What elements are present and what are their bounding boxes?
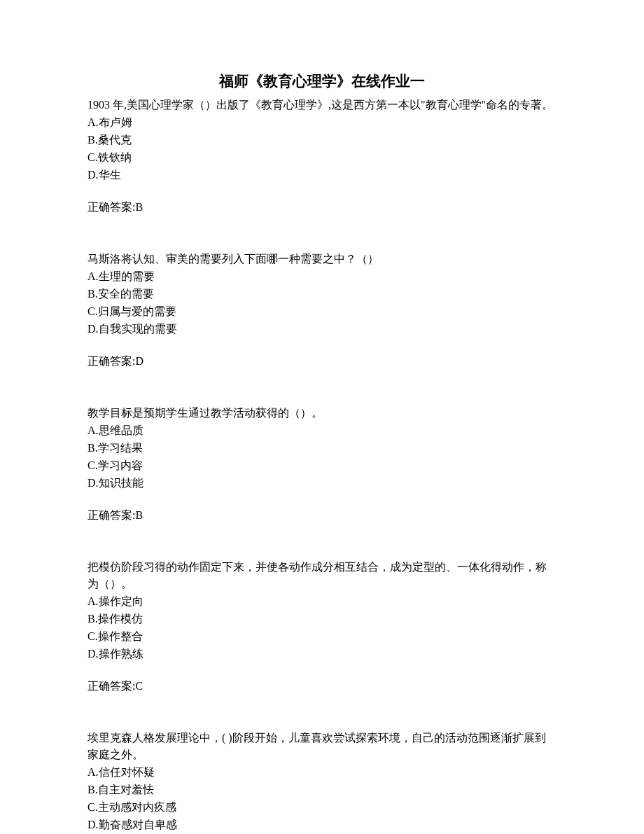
option-d: D.华生 (88, 167, 556, 183)
option-d: D.知识技能 (88, 475, 556, 492)
question-text: 马斯洛将认知、审美的需要列入下面哪一种需要之中？（） (88, 251, 556, 267)
option-a: A.操作定向 (88, 593, 556, 610)
question-text: 1903 年,美国心理学家（）出版了《教育心理学》,这是西方第一本以"教育心理学… (88, 97, 556, 113)
question-block: 1903 年,美国心理学家（）出版了《教育心理学》,这是西方第一本以"教育心理学… (88, 97, 556, 216)
option-c: C.操作整合 (88, 628, 556, 645)
page-title: 福师《教育心理学》在线作业一 (88, 70, 556, 92)
question-block: 教学目标是预期学生通过教学活动获得的（）。 A.思维品质 B.学习结果 C.学习… (88, 405, 556, 524)
option-a: A.布卢姆 (88, 114, 556, 131)
option-b: B.自主对羞怯 (88, 781, 556, 798)
option-c: C.铁钦纳 (88, 149, 556, 166)
option-c: C.归属与爱的需要 (88, 303, 556, 320)
answer-text: 正确答案:B (88, 199, 556, 216)
answer-text: 正确答案:C (88, 678, 556, 695)
option-a: A.信任对怀疑 (88, 764, 556, 781)
question-block: 马斯洛将认知、审美的需要列入下面哪一种需要之中？（） A.生理的需要 B.安全的… (88, 251, 556, 370)
option-a: A.思维品质 (88, 422, 556, 439)
option-b: B.操作模仿 (88, 611, 556, 627)
answer-text: 正确答案:B (88, 507, 556, 524)
answer-text: 正确答案:D (88, 353, 556, 370)
option-d: D.操作熟练 (88, 646, 556, 662)
option-c: C.学习内容 (88, 457, 556, 474)
question-text: 把模仿阶段习得的动作固定下来，并使各动作成分相互结合，成为定型的、一体化得动作，… (88, 559, 556, 592)
option-b: B.桑代克 (88, 132, 556, 148)
option-b: B.安全的需要 (88, 286, 556, 303)
question-block: 埃里克森人格发展理论中，( )阶段开始，儿童喜欢尝试探索环境，自己的活动范围逐渐… (88, 730, 556, 835)
option-d: D.勤奋感对自卑感 (88, 816, 556, 833)
question-text: 埃里克森人格发展理论中，( )阶段开始，儿童喜欢尝试探索环境，自己的活动范围逐渐… (88, 730, 556, 763)
question-text: 教学目标是预期学生通过教学活动获得的（）。 (88, 405, 556, 422)
option-d: D.自我实现的需要 (88, 321, 556, 338)
option-b: B.学习结果 (88, 440, 556, 457)
question-block: 把模仿阶段习得的动作固定下来，并使各动作成分相互结合，成为定型的、一体化得动作，… (88, 559, 556, 695)
option-c: C.主动感对内疚感 (88, 799, 556, 816)
option-a: A.生理的需要 (88, 268, 556, 285)
